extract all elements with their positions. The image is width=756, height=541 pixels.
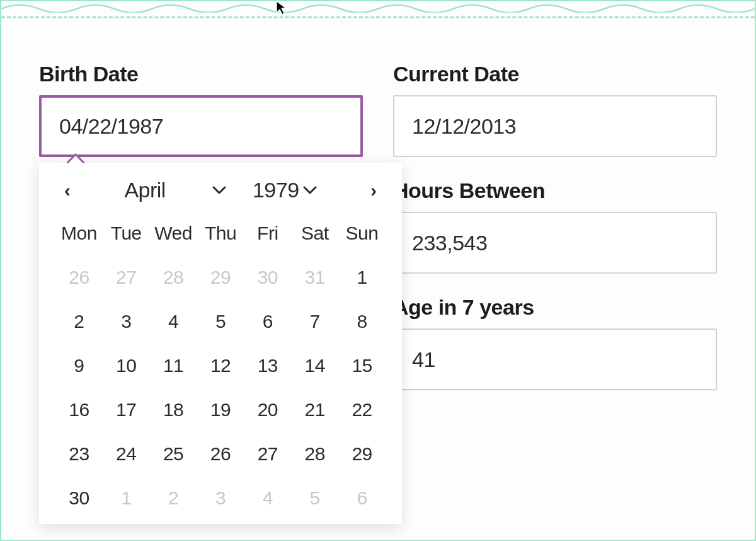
prev-month-button[interactable]: ‹: [57, 180, 78, 201]
weekday-header: Mon: [55, 219, 103, 253]
age-7-years-value[interactable]: 41: [393, 329, 717, 390]
day-cell[interactable]: 22: [338, 390, 386, 429]
day-cell[interactable]: 3: [103, 302, 150, 341]
field-age-7-years: Age in 7 years 41: [393, 295, 717, 390]
day-cell[interactable]: 6: [338, 479, 386, 518]
day-cell[interactable]: 1: [103, 479, 150, 518]
weekday-header: Sat: [291, 219, 338, 253]
top-wave-icon: [1, 1, 755, 13]
day-cell[interactable]: 7: [291, 302, 338, 341]
datepicker-grid: MonTueWedThuFriSatSun2627282930311234567…: [55, 219, 386, 518]
year-select-label: 1979: [253, 178, 299, 202]
day-cell[interactable]: 17: [103, 390, 150, 429]
day-cell[interactable]: 3: [197, 479, 244, 518]
day-cell[interactable]: 30: [55, 479, 103, 518]
day-cell[interactable]: 16: [55, 390, 103, 429]
day-cell[interactable]: 5: [291, 479, 338, 518]
day-cell[interactable]: 8: [338, 302, 386, 341]
day-cell[interactable]: 30: [244, 258, 291, 297]
hours-between-label: Hours Between: [393, 178, 717, 203]
day-cell[interactable]: 19: [197, 390, 244, 429]
day-cell[interactable]: 23: [55, 434, 103, 474]
month-select[interactable]: April: [124, 178, 226, 202]
datepicker-header: ‹ April 1979 ›: [55, 178, 386, 206]
day-cell[interactable]: 28: [291, 434, 338, 474]
current-date-label: Current Date: [393, 62, 717, 86]
weekday-header: Sun: [338, 219, 386, 253]
field-birth-date: Birth Date 04/22/1987: [39, 62, 363, 157]
field-hours-between: Hours Between 233,543: [393, 178, 717, 274]
weekday-header: Thu: [197, 219, 244, 253]
top-ornament: [1, 1, 755, 20]
day-cell[interactable]: 27: [244, 434, 291, 474]
day-cell[interactable]: 6: [244, 302, 291, 341]
day-cell[interactable]: 2: [55, 302, 103, 341]
page-root: Birth Date 04/22/1987 Current Date 12/12…: [0, 0, 756, 541]
day-cell[interactable]: 24: [103, 434, 150, 474]
birth-date-input[interactable]: 04/22/1987: [39, 95, 363, 157]
chevron-down-icon: [303, 186, 317, 195]
day-cell[interactable]: 5: [197, 302, 244, 341]
datepicker-popup: ‹ April 1979 › MonTueWedThuFriSa: [39, 163, 402, 524]
field-current-date: Current Date 12/12/2013: [393, 62, 717, 157]
day-cell[interactable]: 21: [291, 390, 338, 429]
day-cell[interactable]: 27: [103, 258, 150, 297]
popup-notch-icon: [67, 153, 84, 163]
birth-date-label: Birth Date: [39, 62, 363, 86]
day-cell[interactable]: 1: [338, 258, 386, 297]
weekday-header: Tue: [103, 219, 150, 253]
hours-between-value[interactable]: 233,543: [393, 212, 717, 274]
next-month-button[interactable]: ›: [363, 180, 384, 201]
day-cell[interactable]: 9: [55, 346, 103, 385]
day-cell[interactable]: 4: [244, 479, 291, 518]
day-cell[interactable]: 11: [150, 346, 197, 385]
day-cell[interactable]: 15: [338, 346, 386, 385]
day-cell[interactable]: 10: [103, 346, 150, 385]
day-cell[interactable]: 2: [150, 479, 197, 518]
weekday-header: Fri: [244, 219, 291, 253]
datepicker-selectors: April 1979: [124, 178, 316, 202]
dashed-divider-icon: [1, 16, 755, 18]
chevron-down-icon: [212, 186, 226, 195]
cursor-icon: [275, 0, 290, 16]
year-select[interactable]: 1979: [253, 178, 317, 202]
day-cell[interactable]: 31: [291, 258, 338, 297]
month-select-label: April: [124, 178, 166, 202]
day-cell[interactable]: 28: [150, 258, 197, 297]
day-cell[interactable]: 14: [291, 346, 338, 385]
day-cell[interactable]: 25: [150, 434, 197, 474]
day-cell[interactable]: 26: [197, 434, 244, 474]
day-cell[interactable]: 20: [244, 390, 291, 429]
day-cell[interactable]: 29: [197, 258, 244, 297]
day-cell[interactable]: 4: [150, 302, 197, 341]
day-cell[interactable]: 18: [150, 390, 197, 429]
weekday-header: Wed: [150, 219, 197, 253]
current-date-input[interactable]: 12/12/2013: [393, 95, 717, 157]
day-cell[interactable]: 12: [197, 346, 244, 385]
day-cell[interactable]: 29: [338, 434, 386, 474]
day-cell[interactable]: 13: [244, 346, 291, 385]
day-cell[interactable]: 26: [55, 258, 103, 297]
age-7-years-label: Age in 7 years: [393, 295, 717, 320]
